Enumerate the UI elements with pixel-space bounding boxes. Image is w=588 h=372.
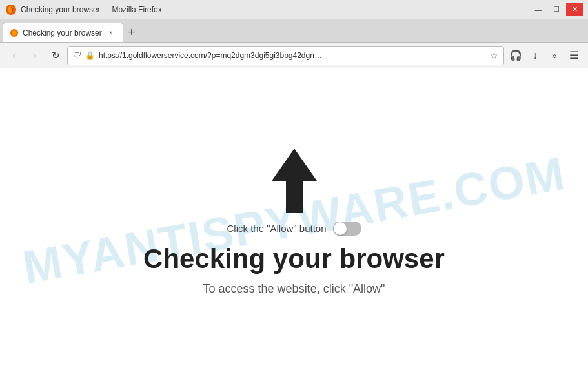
titlebar-controls: — ☐ ✕	[530, 3, 583, 16]
overflow-icon: »	[552, 50, 557, 61]
bookmark-icon[interactable]: ☆	[490, 50, 498, 61]
main-heading: Checking your browser	[143, 243, 445, 274]
firefox-logo-icon	[5, 4, 17, 16]
close-button[interactable]: ✕	[566, 3, 583, 16]
titlebar-title: Checking your browser — Mozilla Firefox	[21, 5, 162, 14]
svg-point-3	[12, 30, 17, 36]
allow-row: Click the "Allow" button	[227, 222, 361, 236]
back-icon: ‹	[12, 48, 16, 62]
maximize-button[interactable]: ☐	[548, 3, 565, 16]
main-content: Click the "Allow" button Checking your b…	[143, 145, 445, 296]
titlebar: Checking your browser — Mozilla Firefox …	[0, 0, 588, 19]
minimize-button[interactable]: —	[530, 3, 547, 16]
lock-icon: 🔒	[85, 51, 95, 60]
allow-label: Click the "Allow" button	[227, 223, 326, 234]
titlebar-left: Checking your browser — Mozilla Firefox	[5, 4, 162, 16]
menu-icon: ☰	[569, 49, 578, 61]
sub-text: To access the website, click "Allow"	[203, 282, 385, 296]
forward-button[interactable]: ›	[26, 46, 44, 65]
pocket-icon: 🎧	[509, 49, 522, 61]
back-button[interactable]: ‹	[5, 46, 23, 65]
urlbar[interactable]: 🛡 🔒 https://1.goldflowerservice.com/?p=m…	[67, 46, 504, 65]
new-tab-button[interactable]: +	[123, 24, 140, 41]
pocket-button[interactable]: 🎧	[507, 46, 525, 65]
reload-button[interactable]: ↻	[46, 46, 65, 65]
download-icon: ↓	[532, 50, 538, 61]
toggle-knob	[334, 222, 347, 235]
tab-favicon-icon	[10, 28, 19, 37]
toggle-switch[interactable]	[333, 222, 361, 236]
menu-button[interactable]: ☰	[565, 46, 583, 65]
tab-label: Checking your browser	[23, 28, 102, 37]
tab-close-button[interactable]: ×	[106, 28, 116, 38]
arrow-up-icon	[265, 145, 323, 216]
reload-icon: ↻	[52, 50, 60, 61]
page-content: MYANTISPYWARE.COM Click the "Allow" butt…	[0, 68, 588, 372]
navbar-right: 🎧 ↓ » ☰	[507, 46, 583, 65]
url-text: https://1.goldflowerservice.com/?p=mq2dg…	[99, 51, 486, 60]
shield-icon: 🛡	[73, 50, 81, 60]
download-button[interactable]: ↓	[526, 46, 544, 65]
active-tab[interactable]: Checking your browser ×	[3, 23, 123, 42]
svg-marker-4	[272, 149, 317, 213]
forward-icon: ›	[33, 48, 37, 62]
tabbar: Checking your browser × +	[0, 19, 588, 43]
arrow-container	[265, 145, 323, 216]
overflow-button[interactable]: »	[545, 46, 563, 65]
navbar: ‹ › ↻ 🛡 🔒 https://1.goldflowerservice.co…	[0, 43, 588, 68]
